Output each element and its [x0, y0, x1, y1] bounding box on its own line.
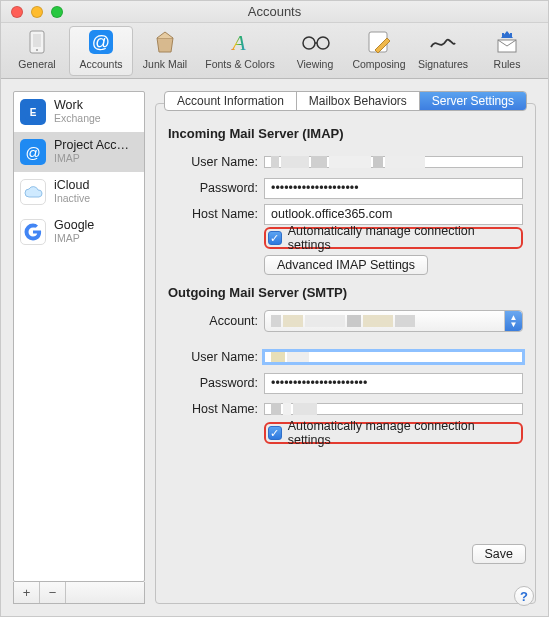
outgoing-account-select[interactable]: ▲▼: [264, 310, 523, 332]
outgoing-username-label: User Name:: [168, 350, 258, 364]
incoming-username-row: User Name:: [168, 149, 523, 175]
outgoing-title: Outgoing Mail Server (SMTP): [168, 285, 523, 300]
toolbar-label: Viewing: [297, 58, 334, 70]
account-name: Work: [54, 99, 101, 113]
tab-bar: Account Information Mailbox Behaviors Se…: [155, 91, 536, 113]
account-sub: IMAP: [54, 233, 94, 245]
account-sub: Inactive: [54, 193, 90, 205]
account-text: Work Exchange: [54, 99, 101, 124]
window-title: Accounts: [1, 4, 548, 19]
outgoing-account-row: Account: ▲▼: [168, 308, 523, 334]
toolbar-item-composing[interactable]: Composing: [347, 26, 411, 76]
svg-point-6: [303, 37, 315, 49]
tab-server-settings[interactable]: Server Settings: [420, 92, 526, 110]
toolbar-label: General: [18, 58, 55, 70]
toolbar-label: Rules: [494, 58, 521, 70]
svg-rect-1: [33, 34, 41, 47]
outgoing-hostname-field[interactable]: [264, 403, 523, 415]
incoming-password-field[interactable]: ••••••••••••••••••••: [264, 178, 523, 199]
account-item-work[interactable]: E Work Exchange: [14, 92, 144, 132]
outgoing-username-row: User Name:: [168, 344, 523, 370]
google-icon: [20, 219, 46, 245]
outgoing-auto-row[interactable]: ✓ Automatically manage connection settin…: [264, 422, 523, 444]
svg-point-7: [317, 37, 329, 49]
account-text: Google IMAP: [54, 219, 94, 244]
tab-mailbox-behaviors[interactable]: Mailbox Behaviors: [297, 92, 420, 110]
at-icon: @: [20, 139, 46, 165]
toolbar-label: Accounts: [79, 58, 122, 70]
redacted-value: [271, 315, 415, 327]
advanced-imap-row: Advanced IMAP Settings: [264, 255, 523, 275]
junkmail-icon: [151, 28, 179, 56]
incoming-username-label: User Name:: [168, 155, 258, 169]
toolbar-label: Signatures: [418, 58, 468, 70]
outgoing-password-label: Password:: [168, 376, 258, 390]
tab-account-information[interactable]: Account Information: [165, 92, 297, 110]
sidebar-footer: + −: [13, 582, 145, 604]
outgoing-username-field[interactable]: [264, 351, 523, 363]
exchange-icon: E: [20, 99, 46, 125]
fonts-colors-icon: A: [225, 28, 255, 56]
account-text: iCloud Inactive: [54, 179, 90, 204]
save-button[interactable]: Save: [472, 544, 527, 564]
composing-icon: [365, 28, 393, 56]
incoming-password-row: Password: ••••••••••••••••••••: [168, 175, 523, 201]
toolbar-item-signatures[interactable]: Signatures: [411, 26, 475, 76]
account-sub: Exchange: [54, 113, 101, 125]
toolbar-label: Junk Mail: [143, 58, 187, 70]
signatures-icon: [428, 28, 458, 56]
viewing-icon: [300, 28, 330, 56]
server-settings-pane: Incoming Mail Server (IMAP) User Name: P…: [155, 103, 536, 604]
content-area: E Work Exchange @ Project Acc… IMAP: [1, 79, 548, 616]
chevron-updown-icon: ▲▼: [504, 311, 522, 331]
add-account-button[interactable]: +: [14, 582, 40, 603]
accounts-icon: @: [87, 28, 115, 56]
svg-text:@: @: [92, 32, 110, 52]
toolbar-item-general[interactable]: General: [5, 26, 69, 76]
svg-text:E: E: [30, 107, 37, 118]
incoming-hostname-label: Host Name:: [168, 207, 258, 221]
toolbar-item-accounts[interactable]: @ Accounts: [69, 26, 133, 76]
incoming-username-field[interactable]: [264, 156, 523, 168]
help-button[interactable]: ?: [514, 586, 534, 606]
tab-segment: Account Information Mailbox Behaviors Se…: [164, 91, 527, 111]
account-name: Google: [54, 219, 94, 233]
accounts-window: Accounts General @ Accounts Junk Mail: [0, 0, 549, 617]
account-sidebar-wrap: E Work Exchange @ Project Acc… IMAP: [13, 91, 145, 604]
incoming-auto-row[interactable]: ✓ Automatically manage connection settin…: [264, 227, 523, 249]
toolbar-label: Fonts & Colors: [205, 58, 274, 70]
checkbox-checked-icon[interactable]: ✓: [268, 426, 282, 440]
toolbar-item-rules[interactable]: Rules: [475, 26, 539, 76]
main-pane: Account Information Mailbox Behaviors Se…: [155, 91, 536, 604]
outgoing-password-row: Password: ••••••••••••••••••••••: [168, 370, 523, 396]
account-list: E Work Exchange @ Project Acc… IMAP: [13, 91, 145, 582]
incoming-auto-label: Automatically manage connection settings: [288, 224, 515, 252]
save-button-wrap: Save: [472, 544, 527, 564]
account-item-project[interactable]: @ Project Acc… IMAP: [14, 132, 144, 172]
outgoing-account-label: Account:: [168, 314, 258, 328]
toolbar-item-fonts-colors[interactable]: A Fonts & Colors: [197, 26, 283, 76]
incoming-password-label: Password:: [168, 181, 258, 195]
account-name: iCloud: [54, 179, 90, 193]
remove-account-button[interactable]: −: [40, 582, 66, 603]
account-name: Project Acc…: [54, 139, 129, 153]
outgoing-hostname-label: Host Name:: [168, 402, 258, 416]
advanced-imap-button[interactable]: Advanced IMAP Settings: [264, 255, 428, 275]
incoming-hostname-field[interactable]: outlook.office365.com: [264, 204, 523, 225]
icloud-icon: [20, 179, 46, 205]
general-icon: [24, 28, 50, 56]
outgoing-auto-label: Automatically manage connection settings: [288, 419, 515, 447]
checkbox-checked-icon[interactable]: ✓: [268, 231, 282, 245]
account-item-icloud[interactable]: iCloud Inactive: [14, 172, 144, 212]
toolbar-label: Composing: [352, 58, 405, 70]
toolbar-item-viewing[interactable]: Viewing: [283, 26, 347, 76]
outgoing-password-field[interactable]: ••••••••••••••••••••••: [264, 373, 523, 394]
rules-icon: [493, 28, 521, 56]
svg-point-2: [36, 49, 38, 51]
account-sub: IMAP: [54, 153, 129, 165]
toolbar-item-junkmail[interactable]: Junk Mail: [133, 26, 197, 76]
preferences-toolbar: General @ Accounts Junk Mail A Fonts & C…: [1, 23, 548, 79]
account-text: Project Acc… IMAP: [54, 139, 129, 164]
account-item-google[interactable]: Google IMAP: [14, 212, 144, 252]
svg-text:A: A: [230, 30, 246, 55]
